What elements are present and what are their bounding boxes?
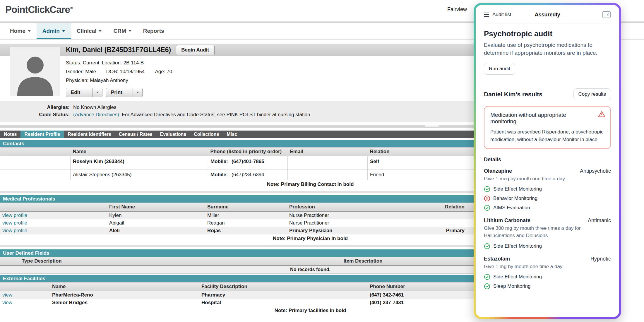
print-dropdown-button[interactable] — [133, 88, 142, 97]
tab-resident-profile[interactable]: Resident Profile — [20, 131, 64, 138]
print-button[interactable]: Print — [106, 88, 133, 97]
medication-block: Lithium Carbonate Antimanic Give 300 mg … — [484, 217, 611, 249]
drag-grip-icon[interactable] — [425, 125, 439, 128]
warning-title: Medication without appropriate monitorin… — [490, 112, 604, 125]
nav-tab-admin[interactable]: Admin — [37, 23, 71, 39]
patient-name: Kim, Daniel (BZ45D31F7GLL4E6) — [66, 46, 171, 54]
nav-tab-home[interactable]: Home — [4, 23, 37, 39]
tab-notes[interactable]: Notes — [0, 131, 20, 138]
edit-split-button[interactable]: Edit — [66, 88, 102, 97]
check-item: Sleep Monitoring — [484, 283, 611, 290]
advance-directives-link[interactable]: (Advance Directives) — [73, 112, 119, 117]
medication-name: Olanzapine — [484, 168, 512, 174]
physician-label: Physician: — [66, 78, 88, 83]
panel-collapse-icon — [602, 11, 611, 18]
warning-body: Patient was prescribed Risperidone, a ps… — [490, 128, 604, 144]
view-link[interactable]: view — [2, 292, 12, 298]
chevron-down-icon — [96, 92, 99, 93]
check-item: Side Effect Monitoring — [484, 274, 611, 280]
tab-evaluations[interactable]: Evaluations — [156, 131, 190, 138]
view-link[interactable]: view — [2, 300, 12, 305]
tab-census-rates[interactable]: Census / Rates — [115, 131, 156, 138]
audit-title: Psychotropic audit — [484, 29, 611, 38]
pointclickcare-logo: PointClickCare® — [5, 4, 72, 15]
medication-class: Antipsychotic — [580, 168, 611, 174]
edit-button[interactable]: Edit — [66, 88, 93, 97]
medication-dose: Give 1 mcg by mouth one time a day — [484, 175, 611, 183]
collapse-panel-button[interactable] — [602, 11, 611, 18]
panel-title: Assuredly — [535, 12, 560, 18]
nav-tab-crm[interactable]: CRM — [107, 23, 137, 39]
view-profile-link[interactable]: view profile — [2, 213, 27, 218]
age-label: Age: — [155, 69, 165, 74]
patient-photo — [10, 47, 60, 96]
run-audit-button[interactable]: Run audit — [484, 63, 515, 75]
contact-phone: Mobile:(647)401-7865 — [208, 156, 288, 169]
panel-header: Audit list Assuredly — [484, 11, 611, 23]
person-silhouette-icon — [10, 47, 60, 96]
status-label: Status: — [66, 60, 81, 66]
contact-phone: Mobile:(647)234-6394 — [208, 169, 288, 180]
contact-name: Alistair Stephens (263345) — [71, 169, 208, 180]
nav-tab-reports[interactable]: Reports — [137, 23, 170, 39]
gender-value: Male — [85, 69, 96, 74]
view-profile-link[interactable]: view profile — [2, 220, 27, 226]
dob-value: 10/18/1954 — [120, 69, 145, 74]
contact-email — [288, 169, 368, 180]
nav-tab-clinical[interactable]: Clinical — [71, 23, 108, 39]
medication-dose: Give 1 mg by mouth one time a day — [484, 263, 611, 270]
view-profile-link[interactable]: view profile — [2, 228, 27, 233]
check-item: Side Effect Monitoring — [484, 186, 611, 192]
copy-results-button[interactable]: Copy results — [573, 88, 611, 100]
check-circle-icon — [484, 205, 490, 211]
details-heading: Details — [484, 157, 611, 163]
tab-misc[interactable]: Misc — [223, 131, 241, 138]
check-circle-icon — [484, 243, 490, 249]
check-item: Behavior Monitoring — [484, 195, 611, 202]
chevron-down-icon — [62, 30, 65, 32]
audit-list-button[interactable]: Audit list — [484, 12, 511, 18]
gender-label: Gender: — [66, 69, 84, 74]
audit-description: Evaluate use of psychotropic medications… — [484, 41, 611, 57]
check-item: Side Effect Monitoring — [484, 243, 611, 249]
medication-class: Hypnotic — [590, 256, 611, 262]
check-circle-icon — [484, 283, 490, 290]
tab-resident-identifiers[interactable]: Resident Identifiers — [64, 131, 115, 138]
x-circle-icon — [484, 195, 490, 202]
facility-name: Fairview — [447, 6, 467, 13]
check-circle-icon — [484, 186, 490, 192]
assuredly-panel-body: Audit list Assuredly Psychotropic audit … — [476, 5, 619, 317]
chevron-down-icon — [136, 92, 139, 93]
location-value: 2B 114-B — [123, 60, 144, 66]
tab-collections[interactable]: Collections — [190, 131, 223, 138]
contact-name: Roselyn Kim (263344) — [71, 156, 208, 169]
begin-audit-button[interactable]: Begin Audit — [176, 45, 215, 55]
edit-dropdown-button[interactable] — [93, 88, 102, 97]
assuredly-panel: Audit list Assuredly Psychotropic audit … — [474, 3, 621, 319]
results-section: Daniel Kim’s results Copy results Medica… — [484, 82, 611, 290]
dob-label: DOB: — [106, 69, 119, 74]
medication-name: Estazolam — [484, 256, 510, 262]
registered-mark: ® — [70, 6, 73, 10]
warning-card: Medication without appropriate monitorin… — [484, 106, 611, 149]
chevron-down-icon — [28, 30, 31, 32]
status-value: Current — [83, 60, 100, 66]
code-status-label: Code Status: — [0, 112, 73, 118]
print-split-button[interactable]: Print — [106, 88, 143, 97]
hamburger-menu-icon — [484, 12, 490, 17]
age-value: 70 — [167, 69, 172, 74]
chevron-down-icon — [129, 30, 131, 32]
medication-dose: Give 300 mg by mouth three times a day f… — [484, 225, 607, 239]
medication-class: Antimanic — [588, 217, 611, 224]
warning-triangle-icon — [598, 111, 606, 119]
logo-text: PointClickCare — [5, 4, 70, 15]
medication-name: Lithium Carbonate — [484, 217, 530, 224]
physician-value: Malayah Anthony — [90, 78, 128, 83]
code-status-text: For Advanced Directives and Code Status,… — [122, 112, 310, 117]
audit-info-section: Psychotropic audit Evaluate use of psych… — [484, 23, 611, 82]
allergies-value: No Known Allergies — [73, 105, 116, 110]
medication-block: Estazolam Hypnotic Give 1 mg by mouth on… — [484, 256, 611, 290]
location-label: Location: — [102, 60, 122, 66]
contact-email — [288, 156, 368, 169]
chevron-down-icon — [99, 30, 102, 32]
